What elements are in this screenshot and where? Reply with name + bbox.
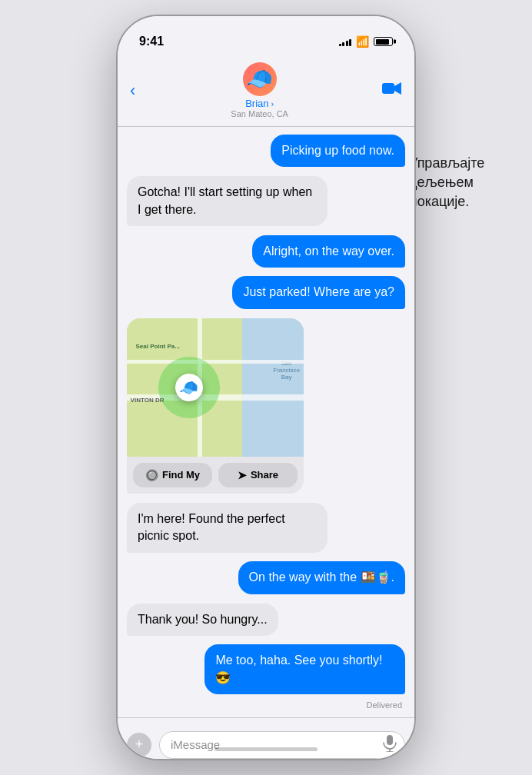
svg-marker-1 (394, 82, 401, 95)
message-bubble: On the way with the 🍱🧋. (238, 561, 405, 594)
map-water: SanFranciscoBay (242, 318, 304, 457)
contact-name-chevron: › (271, 99, 274, 108)
message-input[interactable]: iMessage (159, 731, 405, 759)
contact-name-text: Brian (245, 98, 268, 109)
messages-area[interactable]: Picking up food now. Gotcha! I'll start … (118, 127, 414, 717)
delivered-status: Delivered (127, 700, 405, 710)
signal-bar-3 (346, 41, 348, 46)
message-text: Alright, on the way over. (263, 244, 394, 258)
map-background: SanFranciscoBay VINTON DR Seal Point Pa.… (127, 318, 304, 457)
share-icon: ➤ (238, 469, 247, 481)
message-bubble: Me too, haha. See you shortly! 😎 (204, 644, 405, 694)
message-bubble: I'm here! Found the perfect picnic spot. (127, 503, 328, 553)
signal-bar-2 (342, 42, 344, 46)
message-row: Just parked! Where are ya? (127, 276, 405, 308)
phone-wrapper: Управљајте дељењем локације. 9:41 📶 (0, 0, 532, 775)
status-icons: 📶 (339, 35, 394, 48)
message-row: Picking up food now. (127, 135, 405, 167)
message-text: I'm here! Found the perfect picnic spot. (138, 512, 285, 542)
home-indicator (214, 747, 318, 751)
wifi-icon: 📶 (356, 35, 369, 48)
message-row: Gotcha! I'll start setting up when I get… (127, 176, 405, 226)
add-attachment-button[interactable]: + (127, 733, 151, 757)
message-text: Me too, haha. See you shortly! 😎 (215, 654, 382, 684)
message-row: On the way with the 🍱🧋. (127, 561, 405, 594)
contact-subtitle: San Mateo, CA (231, 109, 288, 118)
message-bubble: Gotcha! I'll start setting up when I get… (127, 176, 328, 226)
map-image[interactable]: SanFranciscoBay VINTON DR Seal Point Pa.… (127, 318, 304, 457)
message-text: Thank you! So hungry... (138, 613, 268, 626)
message-text: Picking up food now. (281, 144, 394, 157)
avatar-in-map: 🧢 (179, 378, 198, 397)
message-row: Alright, on the way over. (127, 235, 405, 268)
battery-fill (376, 39, 389, 45)
find-my-button[interactable]: 🔘 Find My (133, 463, 212, 487)
phone-frame: 9:41 📶 ‹ 🧢 (116, 15, 416, 760)
svg-rect-2 (387, 735, 393, 745)
signal-bar-4 (349, 39, 351, 46)
share-button[interactable]: ➤ Share (218, 463, 298, 487)
message-bubble: Thank you! So hungry... (127, 604, 278, 636)
annotation-text: Управљајте дељењем локације. (409, 155, 484, 209)
find-my-icon: 🔘 (145, 469, 158, 481)
message-row: Thank you! So hungry... (127, 604, 405, 636)
back-chevron-icon: ‹ (130, 82, 135, 99)
message-text: Just parked! Where are ya? (243, 285, 394, 298)
input-placeholder: iMessage (171, 738, 220, 751)
contact-info[interactable]: 🧢 Brian › San Mateo, CA (231, 62, 288, 118)
message-bubble: Just parked! Where are ya? (232, 276, 405, 308)
plus-icon: + (135, 737, 144, 753)
status-bar: 9:41 📶 (118, 16, 414, 56)
map-message-row: SanFranciscoBay VINTON DR Seal Point Pa.… (127, 318, 405, 494)
location-pin: 🧢 (175, 374, 203, 401)
signal-bars-icon (339, 37, 352, 46)
signal-bar-1 (339, 44, 341, 46)
message-bubble: Picking up food now. (271, 135, 405, 167)
message-text: On the way with the 🍱🧋. (249, 570, 394, 584)
map-bubble[interactable]: SanFranciscoBay VINTON DR Seal Point Pa.… (127, 318, 304, 494)
back-button[interactable]: ‹ (130, 82, 137, 99)
contact-name: Brian › (245, 98, 274, 109)
battery-icon (374, 37, 393, 46)
video-call-button[interactable] (382, 81, 402, 101)
status-time: 9:41 (139, 35, 164, 48)
map-road-horizontal-2 (127, 360, 304, 364)
message-row: Me too, haha. See you shortly! 😎 (127, 644, 405, 694)
share-label: Share (251, 469, 278, 481)
microphone-button[interactable] (383, 735, 397, 754)
message-text: Gotcha! I'll start setting up when I get… (138, 185, 312, 215)
park-label: Seal Point Pa... (136, 343, 180, 350)
avatar-emoji: 🧢 (246, 68, 273, 90)
message-row: I'm here! Found the perfect picnic spot. (127, 503, 405, 553)
nav-header: ‹ 🧢 Brian › San Mateo, CA (118, 56, 414, 127)
find-my-label: Find My (162, 469, 200, 481)
avatar: 🧢 (243, 62, 277, 96)
input-bar: + iMessage (118, 717, 414, 760)
annotation: Управљајте дељењем локације. (409, 154, 532, 212)
svg-rect-0 (382, 83, 394, 94)
map-controls: 🔘 Find My ➤ Share (127, 457, 304, 494)
road-label: VINTON DR (131, 397, 165, 404)
message-bubble: Alright, on the way over. (252, 235, 405, 268)
